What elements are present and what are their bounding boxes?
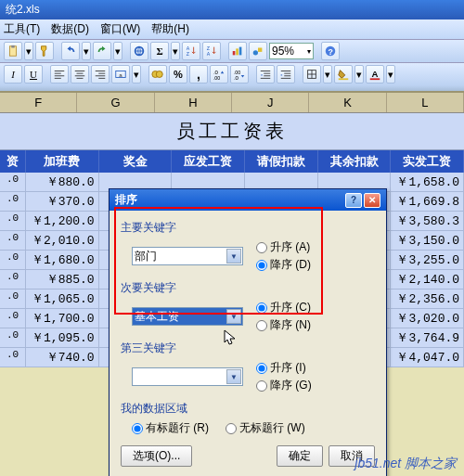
cell[interactable]: ￥2,356.0: [391, 289, 464, 309]
cell[interactable]: .0: [0, 328, 26, 348]
options-button[interactable]: 选项(O)...: [121, 445, 192, 467]
cell[interactable]: ￥1,658.0: [391, 173, 464, 192]
cell[interactable]: .0: [0, 231, 26, 251]
cell[interactable]: ￥3,020.0: [391, 309, 464, 328]
cell[interactable]: ￥4,047.0: [391, 348, 464, 367]
cell[interactable]: .0: [0, 270, 26, 289]
cell[interactable]: ￥2,140.0: [391, 270, 464, 289]
cell[interactable]: .0: [0, 309, 26, 328]
primary-desc-radio[interactable]: 降序 (D): [256, 257, 311, 273]
font-color-icon[interactable]: A: [366, 65, 384, 84]
increase-decimal-icon[interactable]: .0.00: [210, 65, 228, 84]
italic-button[interactable]: I: [4, 65, 22, 84]
hyperlink-icon[interactable]: [130, 42, 148, 60]
ok-button[interactable]: 确定: [277, 445, 323, 467]
merge-dropdown-icon[interactable]: ▾: [132, 65, 141, 84]
watermark: jb51.net 脚本之家: [354, 456, 457, 472]
dialog-close-button[interactable]: ✕: [364, 193, 380, 208]
col-header[interactable]: F: [0, 93, 77, 112]
undo-dropdown-icon[interactable]: ▾: [82, 42, 91, 60]
cell[interactable]: .0: [0, 212, 26, 231]
cell[interactable]: ￥1,065.0: [26, 289, 99, 309]
borders-dropdown-icon[interactable]: ▾: [323, 65, 332, 84]
cell[interactable]: .0: [0, 289, 26, 309]
zoom-combo[interactable]: 95%▾: [269, 43, 314, 59]
cell[interactable]: ￥1,669.8: [391, 192, 464, 212]
has-header-radio[interactable]: 有标题行 (R): [132, 420, 209, 436]
percent-icon[interactable]: %: [169, 65, 187, 84]
col-header[interactable]: J: [232, 93, 309, 112]
cell[interactable]: ￥3,255.0: [391, 251, 464, 270]
cell[interactable]: ￥3,580.3: [391, 212, 464, 231]
cell[interactable]: .0: [0, 192, 26, 212]
align-left-icon[interactable]: [50, 65, 69, 84]
col-header[interactable]: L: [387, 93, 464, 112]
redo-dropdown-icon[interactable]: ▾: [113, 42, 122, 60]
cell[interactable]: ￥1,680.0: [26, 251, 99, 270]
paste-icon[interactable]: [4, 42, 22, 60]
toolbar-format: I U a▾ % , .0.00 .00.0 ▾ ▾ A▾: [0, 62, 464, 85]
dialog-help-button[interactable]: ?: [345, 193, 362, 208]
undo-icon[interactable]: [61, 42, 80, 60]
align-right-icon[interactable]: [91, 65, 110, 84]
dialog-titlebar[interactable]: 排序 ? ✕: [110, 189, 386, 211]
redo-icon[interactable]: [93, 42, 111, 60]
cell[interactable]: ￥1,700.0: [26, 309, 99, 328]
no-header-radio[interactable]: 无标题行 (W): [226, 420, 305, 436]
sort-desc-icon[interactable]: ZA: [202, 42, 221, 60]
secondary-desc-radio[interactable]: 降序 (N): [256, 317, 311, 333]
cell[interactable]: ￥370.0: [26, 192, 99, 212]
autosum-icon[interactable]: Σ: [150, 42, 169, 60]
borders-icon[interactable]: [303, 65, 321, 84]
cell[interactable]: ￥3,150.0: [391, 231, 464, 251]
fill-color-icon[interactable]: [334, 65, 353, 84]
increase-indent-icon[interactable]: [277, 65, 295, 84]
cell[interactable]: ￥885.0: [26, 270, 99, 289]
decrease-indent-icon[interactable]: [256, 65, 275, 84]
menu-tools[interactable]: 工具(T): [4, 21, 40, 37]
chevron-down-icon[interactable]: ▼: [226, 249, 241, 264]
col-header[interactable]: G: [77, 93, 154, 112]
cell[interactable]: ￥3,764.9: [391, 328, 464, 348]
drawing-toolbar-icon[interactable]: [249, 42, 267, 60]
format-painter-icon[interactable]: [35, 42, 54, 60]
primary-key-combo[interactable]: 部门▼: [132, 247, 243, 265]
chevron-down-icon[interactable]: ▼: [226, 309, 241, 324]
align-center-icon[interactable]: [71, 65, 89, 84]
menu-window[interactable]: 窗口(W): [100, 21, 140, 37]
secondary-asc-radio[interactable]: 升序 (C): [256, 300, 311, 315]
merge-center-icon[interactable]: a: [111, 65, 130, 84]
cell[interactable]: ￥880.0: [26, 173, 99, 192]
data-range-label: 我的数据区域: [121, 401, 375, 417]
col-header[interactable]: H: [155, 93, 232, 112]
paste-dropdown-icon[interactable]: ▾: [24, 42, 33, 60]
cell[interactable]: ￥740.0: [26, 348, 99, 367]
cell[interactable]: ￥2,010.0: [26, 231, 99, 251]
cell[interactable]: .0: [0, 348, 26, 367]
secondary-key-combo[interactable]: 基本工资▼: [132, 307, 243, 326]
autosum-dropdown-icon[interactable]: ▾: [171, 42, 180, 60]
decrease-decimal-icon[interactable]: .00.0: [230, 65, 249, 84]
font-color-dropdown-icon[interactable]: ▾: [386, 65, 395, 84]
cell[interactable]: .0: [0, 173, 26, 192]
cell[interactable]: ￥1,095.0: [26, 328, 99, 348]
svg-text:A: A: [372, 69, 379, 79]
primary-asc-radio[interactable]: 升序 (A): [256, 239, 311, 255]
svg-text:.0: .0: [213, 69, 219, 75]
currency-icon[interactable]: [148, 65, 167, 84]
sort-asc-icon[interactable]: AZ: [182, 42, 200, 60]
cell[interactable]: .0: [0, 251, 26, 270]
chart-wizard-icon[interactable]: [228, 42, 247, 60]
third-desc-radio[interactable]: 降序 (G): [256, 378, 312, 393]
third-asc-radio[interactable]: 升序 (I): [256, 360, 312, 376]
fill-color-dropdown-icon[interactable]: ▾: [354, 65, 364, 84]
comma-icon[interactable]: ,: [189, 65, 208, 84]
chevron-down-icon[interactable]: ▼: [226, 369, 241, 384]
help-icon[interactable]: ?: [321, 42, 340, 60]
menu-help[interactable]: 帮助(H): [151, 21, 189, 37]
menu-data[interactable]: 数据(D): [51, 21, 89, 37]
col-header[interactable]: K: [309, 93, 386, 112]
third-key-combo[interactable]: ▼: [132, 367, 243, 386]
underline-button[interactable]: U: [24, 65, 43, 84]
cell[interactable]: ￥1,200.0: [26, 212, 99, 231]
